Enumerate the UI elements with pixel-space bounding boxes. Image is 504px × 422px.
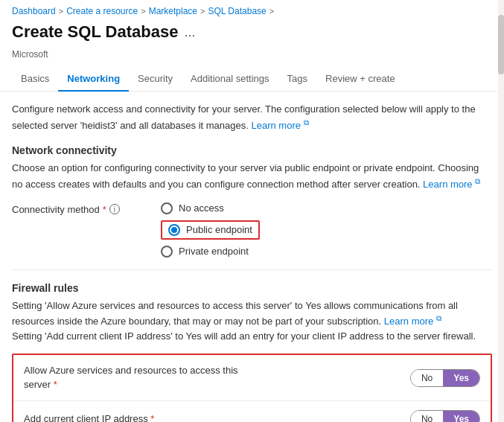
radio-private-endpoint[interactable]: Private endpoint	[161, 246, 260, 258]
scrollbar-track	[498, 0, 504, 422]
allow-azure-no-option[interactable]: No	[411, 370, 443, 386]
breadcrumb-sep-4: >	[269, 7, 274, 16]
tab-networking[interactable]: Networking	[58, 67, 129, 92]
breadcrumb-create-resource[interactable]: Create a resource	[66, 6, 138, 16]
tab-security[interactable]: Security	[129, 67, 182, 92]
breadcrumb-sep-2: >	[141, 7, 145, 16]
more-options-button[interactable]: ...	[184, 25, 195, 40]
page-subtitle: Microsoft	[0, 49, 504, 67]
section-divider	[12, 269, 492, 270]
connectivity-section-title: Network connectivity	[12, 144, 492, 156]
external-link-icon-2: ⧉	[475, 177, 480, 185]
add-client-ip-toggle[interactable]: No Yes	[410, 410, 480, 422]
tab-basics[interactable]: Basics	[12, 67, 58, 92]
content-area: Configure network access and connectivit…	[0, 92, 504, 422]
firewall-section-title: Firewall rules	[12, 282, 492, 294]
allow-azure-services-toggle[interactable]: No Yes	[410, 369, 480, 387]
scrollbar-thumb[interactable]	[498, 15, 504, 74]
external-link-icon: ⧉	[304, 118, 309, 127]
breadcrumb-sep-1: >	[59, 7, 63, 16]
firewall-rule-1-row: Allow Azure services and resources to ac…	[13, 355, 491, 400]
page-header: Create SQL Database ...	[0, 19, 504, 49]
connectivity-info-icon[interactable]: i	[109, 204, 120, 214]
radio-no-access-indicator	[161, 202, 173, 214]
radio-private-endpoint-indicator	[161, 246, 173, 258]
firewall-rule-2-label: Add current client IP address *	[24, 412, 154, 422]
network-description: Configure network access and connectivit…	[12, 102, 492, 132]
connectivity-method-row: Connectivity method * i No access Public…	[12, 202, 492, 258]
firewall-description: Setting 'Allow Azure services and resour…	[12, 298, 492, 344]
firewall-rules-box: Allow Azure services and resources to ac…	[12, 354, 492, 422]
breadcrumb-dashboard[interactable]: Dashboard	[12, 6, 56, 16]
breadcrumb-sep-3: >	[200, 7, 205, 16]
tab-additional-settings[interactable]: Additional settings	[182, 67, 278, 92]
radio-public-endpoint[interactable]: Public endpoint	[161, 220, 260, 240]
tabs-bar: Basics Networking Security Additional se…	[0, 67, 504, 92]
public-endpoint-highlight-box: Public endpoint	[161, 220, 260, 240]
add-client-ip-no-option[interactable]: No	[411, 411, 443, 422]
radio-public-endpoint-indicator	[168, 224, 180, 236]
connectivity-learn-more-link[interactable]: Learn more ⧉	[423, 179, 480, 190]
radio-private-endpoint-label: Private endpoint	[179, 246, 249, 257]
breadcrumb: Dashboard > Create a resource > Marketpl…	[0, 0, 504, 19]
firewall-section: Firewall rules Setting 'Allow Azure serv…	[12, 282, 492, 422]
connectivity-description: Choose an option for configuring connect…	[12, 161, 492, 191]
network-learn-more-link[interactable]: Learn more ⧉	[252, 120, 309, 131]
allow-azure-yes-option[interactable]: Yes	[443, 370, 479, 386]
tab-review-create[interactable]: Review + create	[316, 67, 404, 92]
page-title: Create SQL Database	[12, 22, 178, 42]
tab-tags[interactable]: Tags	[278, 67, 316, 92]
firewall-rule-2-row: Add current client IP address * No Yes	[13, 401, 491, 422]
rule-2-required-star: *	[150, 413, 154, 422]
firewall-rule-1-label: Allow Azure services and resources to ac…	[24, 364, 247, 391]
breadcrumb-sql-database[interactable]: SQL Database	[208, 6, 266, 16]
external-link-icon-3: ⧉	[436, 314, 441, 322]
connectivity-radio-group: No access Public endpoint Private endpoi…	[161, 202, 260, 258]
breadcrumb-marketplace[interactable]: Marketplace	[149, 6, 197, 16]
radio-no-access[interactable]: No access	[161, 202, 260, 214]
connectivity-method-label: Connectivity method * i	[12, 202, 146, 215]
radio-public-endpoint-label: Public endpoint	[186, 224, 252, 235]
firewall-learn-more-link[interactable]: Learn more ⧉	[384, 316, 441, 327]
add-client-ip-yes-option[interactable]: Yes	[443, 411, 479, 422]
radio-no-access-label: No access	[179, 202, 224, 214]
rule-1-required-star: *	[54, 379, 57, 390]
